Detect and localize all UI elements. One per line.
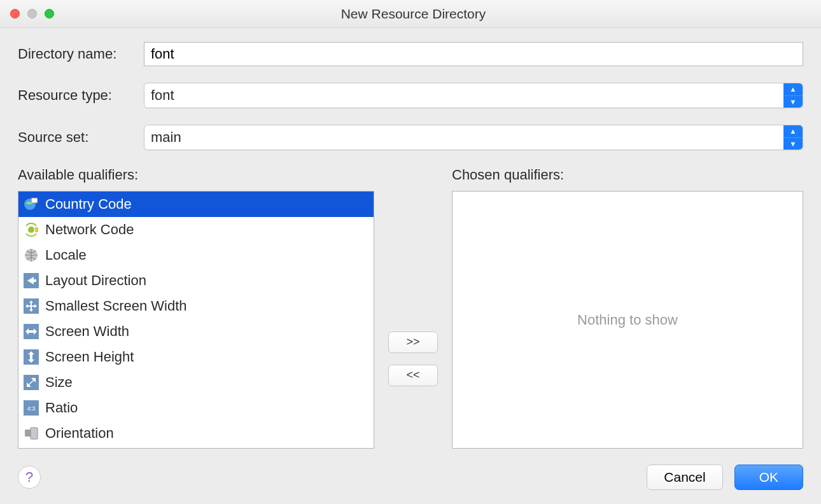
available-qualifiers-list[interactable]: Country CodeNetwork CodeLocaleLayout Dir… xyxy=(18,191,374,449)
window-title: New Resource Directory xyxy=(54,6,773,22)
zoom-window-icon[interactable] xyxy=(45,9,54,18)
globe-icon xyxy=(24,248,39,263)
resource-type-select[interactable]: font ▲▼ xyxy=(144,83,803,108)
qualifier-item[interactable]: 4:3Ratio xyxy=(18,395,374,421)
globe-flag-icon xyxy=(24,197,39,212)
resource-type-value: font xyxy=(144,83,783,108)
arrows-all-icon xyxy=(24,298,39,314)
qualifier-item-label: Layout Direction xyxy=(45,272,146,289)
directory-name-input[interactable] xyxy=(144,42,803,66)
chosen-empty-text: Nothing to show xyxy=(577,312,678,328)
arrow-diag-icon xyxy=(24,375,39,390)
arrow-left-icon xyxy=(24,273,39,288)
qualifier-item[interactable]: Screen Height xyxy=(18,344,374,370)
window-controls xyxy=(10,9,54,18)
qualifier-item[interactable]: Size xyxy=(18,370,374,395)
qualifier-item-label: Screen Width xyxy=(45,323,129,340)
chosen-qualifiers-list[interactable]: Nothing to show xyxy=(452,191,803,449)
qualifier-item[interactable]: Orientation xyxy=(18,421,374,446)
arrows-v-icon xyxy=(24,349,39,365)
select-stepper-icon[interactable]: ▲▼ xyxy=(783,125,803,150)
svg-point-3 xyxy=(28,227,34,233)
qualifier-item-label: Orientation xyxy=(45,425,114,442)
qualifier-item[interactable]: Country Code xyxy=(18,192,374,217)
source-set-select[interactable]: main ▲▼ xyxy=(144,125,803,150)
directory-name-label: Directory name: xyxy=(18,46,144,62)
svg-rect-14 xyxy=(31,428,38,439)
antenna-icon xyxy=(24,222,39,237)
available-qualifiers-label: Available qualifiers: xyxy=(18,167,374,183)
title-bar: New Resource Directory xyxy=(0,0,821,28)
add-qualifier-button[interactable]: >> xyxy=(388,332,438,353)
help-icon: ? xyxy=(25,469,33,486)
qualifier-item[interactable]: Screen Width xyxy=(18,319,374,344)
source-set-value: main xyxy=(144,125,783,150)
ok-button[interactable]: OK xyxy=(734,465,803,490)
close-window-icon[interactable] xyxy=(10,9,20,18)
svg-text:4:3: 4:3 xyxy=(27,405,36,412)
chosen-qualifiers-label: Chosen qualifiers: xyxy=(452,167,803,183)
orientation-icon xyxy=(24,426,39,441)
resource-type-label: Resource type: xyxy=(18,87,144,104)
ratio-icon: 4:3 xyxy=(24,400,39,416)
help-button[interactable]: ? xyxy=(18,466,41,489)
qualifier-item-label: Ratio xyxy=(45,400,78,416)
source-set-label: Source set: xyxy=(18,129,144,146)
svg-rect-4 xyxy=(35,227,38,232)
select-stepper-icon[interactable]: ▲▼ xyxy=(783,83,803,108)
qualifier-item-label: Country Code xyxy=(45,196,132,213)
qualifier-item[interactable]: Layout Direction xyxy=(18,268,374,293)
qualifier-item[interactable]: Locale xyxy=(18,242,374,268)
qualifier-item-label: Network Code xyxy=(45,221,134,238)
cancel-button[interactable]: Cancel xyxy=(647,465,722,490)
qualifier-item-label: Smallest Screen Width xyxy=(45,298,187,314)
qualifier-item-label: Screen Height xyxy=(45,349,134,365)
remove-qualifier-button[interactable]: << xyxy=(388,365,438,386)
qualifier-item[interactable]: Network Code xyxy=(18,217,374,242)
minimize-window-icon[interactable] xyxy=(27,9,37,18)
arrows-h-icon xyxy=(24,324,39,339)
qualifier-item-label: Size xyxy=(45,374,73,391)
qualifier-item-label: Locale xyxy=(45,247,87,263)
svg-rect-1 xyxy=(31,198,38,203)
qualifier-item[interactable]: Smallest Screen Width xyxy=(18,293,374,319)
